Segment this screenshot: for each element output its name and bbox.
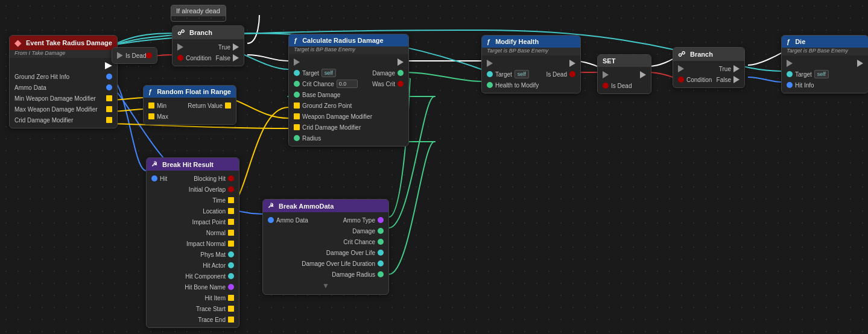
max-weapon-pin — [106, 106, 112, 112]
random-float-header: ƒ Random Float in Range — [144, 86, 236, 98]
ammo-data-pin — [106, 84, 112, 90]
die-header: ƒ Die — [782, 36, 868, 48]
die-subtitle: Target is BP Base Enemy — [782, 48, 868, 55]
calc-radius-subtitle: Target is BP Base Enemy — [289, 46, 408, 54]
branch2-exec-in — [678, 65, 684, 72]
branch1-false-pin — [233, 54, 239, 61]
modify-health-header: ƒ Modify Health — [482, 36, 580, 48]
node-set-is-dead: SET Is Dead — [597, 54, 651, 94]
is-dead-out-pin — [146, 52, 152, 58]
die-exec-in — [787, 60, 793, 67]
set-title: SET — [603, 57, 615, 65]
set-exec-out — [640, 71, 646, 78]
ammo-data-input — [268, 217, 274, 223]
branch1-cond-pin — [177, 55, 183, 61]
calc-radius-header: ƒ Calculate Radius Damage — [289, 34, 408, 46]
random-return-pin — [225, 102, 231, 109]
branch1-exec-in — [177, 43, 183, 51]
node-break-hit-result: ☭ Break Hit Result Hit Blocking Hit Init… — [146, 157, 239, 328]
node-modify-health: ƒ Modify Health Target is BP Base Enemy … — [481, 35, 581, 93]
modify-exec-out — [569, 60, 575, 67]
node-branch1: ☍ Branch True Condition False — [172, 25, 244, 66]
min-weapon-pin — [106, 95, 112, 101]
ground-zero-row: Ground Zero Hit Info — [10, 71, 117, 82]
ammo-data-row: Ammo Data — [10, 82, 117, 93]
max-weapon-row: Max Weapon Damage Modifier — [10, 104, 117, 115]
branch2-title: Branch — [690, 51, 713, 58]
node-is-dead: Is Dead — [112, 47, 157, 64]
event-title: Event Take Radius Damage — [26, 39, 112, 46]
event-subtitle: From I Take Damage — [10, 50, 117, 58]
die-title: Die — [795, 38, 805, 45]
exec-output-pin — [105, 62, 112, 69]
is-dead-exec-in — [117, 52, 123, 59]
break-hit-title: Break Hit Result — [162, 161, 214, 168]
random-min-pin — [148, 102, 154, 109]
event-node-header: ◆ Event Take Radius Damage — [10, 36, 117, 50]
calc-exec-in — [294, 58, 300, 66]
node-branch2: ☍ Branch True Condition False — [673, 47, 745, 88]
break-hit-input-row: Hit Blocking Hit — [147, 173, 239, 184]
ground-zero-pin — [106, 74, 112, 80]
is-dead-row: Is Dead — [112, 50, 157, 61]
random-min-row: Min Return Value — [144, 100, 236, 111]
scroll-indicator: ▼ — [322, 282, 329, 290]
calc-exec-out — [398, 58, 404, 66]
break-ammo-header: ☭ Break AmmoData — [263, 200, 388, 212]
branch2-header: ☍ Branch — [673, 48, 744, 61]
comment-if-already-dead: If already dead — [171, 5, 226, 22]
blocking-hit-pin — [228, 175, 234, 181]
crid-pin — [106, 117, 112, 123]
crid-row: Crid Damage Modifier — [10, 115, 117, 125]
set-header: SET — [598, 55, 651, 67]
node-break-ammo-data: ☭ Break AmmoData Ammo Data Ammo Type Dam… — [262, 199, 389, 295]
node-calc-radius-damage: ƒ Calculate Radius Damage Target is BP B… — [288, 34, 409, 147]
event-exec-row — [10, 60, 117, 71]
crit-chance-input[interactable] — [337, 80, 358, 88]
die-exec-out — [857, 60, 863, 67]
branch1-header: ☍ Branch — [173, 26, 244, 39]
modify-exec-in — [487, 60, 493, 67]
branch1-condition-row: Condition False — [173, 52, 244, 63]
break-hit-header: ☭ Break Hit Result — [147, 158, 239, 171]
hit-input-pin — [151, 175, 157, 181]
min-weapon-row: Min Weapon Damage Modifier — [10, 93, 117, 104]
node-random-float: ƒ Random Float in Range Min Return Value… — [143, 85, 236, 125]
random-max-pin — [148, 113, 154, 119]
break-ammo-title: Break AmmoData — [279, 203, 334, 210]
branch1-exec-row: True — [173, 42, 244, 52]
modify-health-title: Modify Health — [495, 38, 539, 45]
branch1-true-pin — [233, 43, 239, 51]
branch2-false-pin — [733, 76, 740, 83]
branch2-true-pin — [733, 65, 740, 72]
random-float-title: Random Float in Range — [157, 88, 231, 95]
node-event-take-radius: ◆ Event Take Radius Damage From I Take D… — [9, 35, 118, 128]
modify-health-subtitle: Target is BP Base Enemy — [482, 48, 580, 55]
calc-radius-title: Calculate Radius Damage — [302, 37, 384, 44]
comment-label: If already dead — [171, 5, 226, 16]
random-max-row: Max — [144, 111, 236, 122]
node-die: ƒ Die Target is BP Base Enemy Target sel… — [781, 35, 868, 93]
branch1-title: Branch — [189, 29, 212, 36]
set-exec-in — [603, 71, 609, 78]
